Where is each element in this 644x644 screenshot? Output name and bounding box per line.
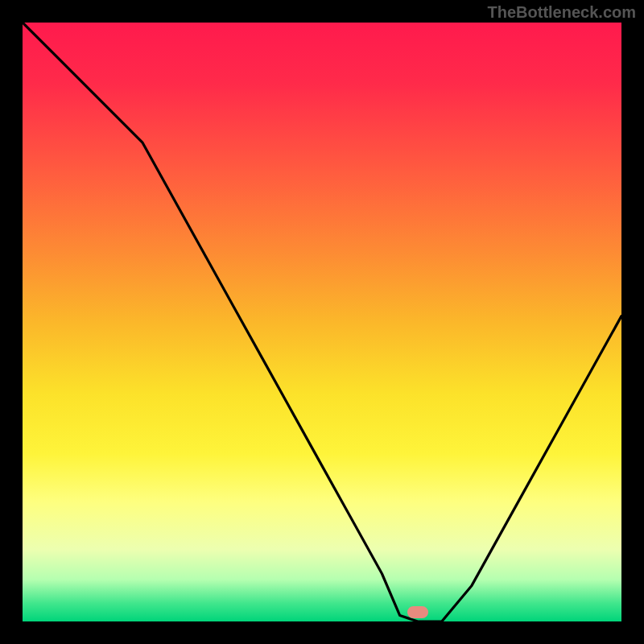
watermark-text: TheBottleneck.com — [488, 3, 636, 22]
plot-area — [23, 23, 621, 621]
bottleneck-curve — [23, 23, 621, 621]
optimal-point-marker — [407, 606, 428, 618]
chart-container: TheBottleneck.com — [0, 0, 644, 644]
